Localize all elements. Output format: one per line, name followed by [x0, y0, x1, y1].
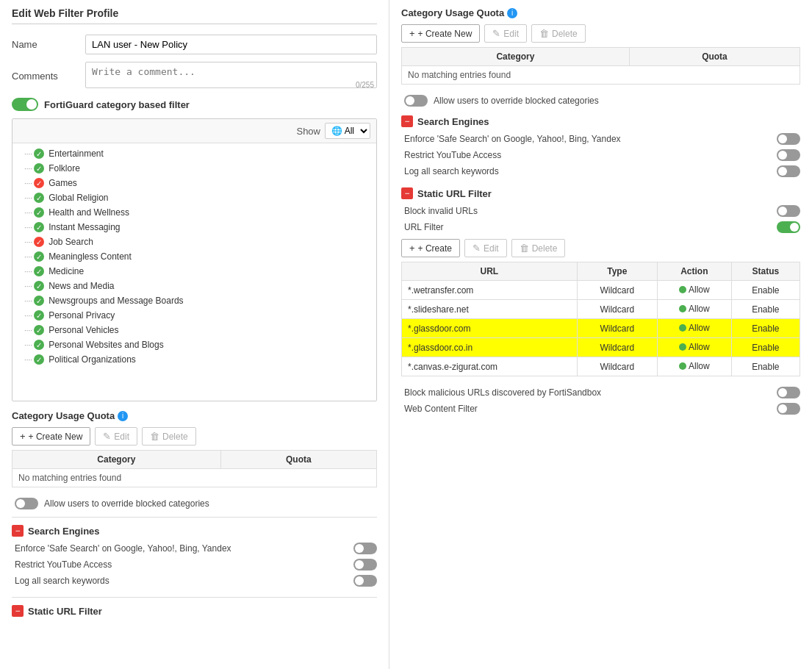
category-item[interactable]: ····✓Job Search: [12, 235, 376, 249]
allow-icon: ✓: [34, 325, 44, 335]
right-log-keywords-label: Log all search keywords: [404, 166, 777, 176]
category-item[interactable]: ····✓Medicine: [12, 264, 376, 279]
category-item[interactable]: ····✓Entertainment: [12, 146, 376, 161]
left-allow-override-toggle[interactable]: [15, 498, 38, 509]
right-allow-override-toggle[interactable]: [404, 95, 428, 107]
right-plus-icon: +: [409, 28, 415, 39]
table-row[interactable]: *.slideshare.netWildcard AllowEnable: [402, 300, 800, 319]
left-log-keywords-toggle[interactable]: [353, 575, 377, 587]
right-block-malicious-row: Block malicious URLs discovered by Forti…: [401, 387, 800, 398]
left-panel: Edit Web Filter Profile Name Comments 0/…: [0, 0, 389, 669]
left-quota-edit-btn[interactable]: ✎ Edit: [95, 427, 137, 446]
right-static-url-header: − Static URL Filter: [401, 187, 800, 199]
type-cell: Wildcard: [577, 300, 657, 319]
right-url-edit-btn[interactable]: ✎ Edit: [464, 239, 507, 257]
left-static-url-section: − Static URL Filter: [12, 605, 377, 617]
left-safe-search-toggle[interactable]: [353, 543, 377, 554]
allow-icon: ✓: [34, 354, 44, 365]
right-safe-search-toggle[interactable]: [777, 133, 800, 145]
table-row[interactable]: *.wetransfer.comWildcard AllowEnable: [402, 281, 800, 300]
collapse-search-icon[interactable]: −: [12, 525, 24, 537]
right-url-filter-toggle[interactable]: [777, 221, 800, 233]
right-block-invalid-knob: [778, 207, 787, 215]
category-item[interactable]: ····✓Folklore: [12, 161, 376, 176]
url-cell: *.glassdoor.co.in: [402, 338, 578, 357]
right-url-create-label: + Create: [418, 243, 452, 254]
table-row[interactable]: *.glassdoor.comWildcard AllowEnable: [402, 319, 800, 338]
category-label: Job Search: [48, 237, 93, 247]
right-block-invalid-toggle[interactable]: [777, 205, 800, 217]
left-quota-delete-btn[interactable]: 🗑 Delete: [142, 427, 196, 446]
right-url-toolbar: + + Create ✎ Edit 🗑 Delete: [401, 239, 800, 257]
right-collapse-search-icon[interactable]: −: [401, 115, 413, 127]
category-filter-header: Show 🌐 All Allow Block: [12, 119, 376, 143]
category-filter-box: Show 🌐 All Allow Block ····✓Entertainmen…: [12, 118, 377, 401]
category-item[interactable]: ····✓Games: [12, 176, 376, 190]
right-url-delete-btn[interactable]: 🗑 Delete: [511, 239, 566, 257]
category-label: Entertainment: [48, 149, 104, 159]
right-quota-delete-btn[interactable]: 🗑 Delete: [531, 24, 586, 43]
table-row[interactable]: *.glassdoor.co.inWildcard AllowEnable: [402, 338, 800, 357]
category-label: Personal Vehicles: [48, 325, 118, 335]
right-quota-section: Category Usage Quota i + + Create New ✎ …: [401, 7, 800, 85]
right-quota-create-label: + Create New: [418, 29, 473, 39]
right-url-filter-row: URL Filter: [401, 221, 800, 233]
fortiguard-toggle[interactable]: [12, 98, 38, 111]
category-item[interactable]: ····✓Personal Privacy: [12, 308, 376, 323]
left-quota-section: Category Usage Quota i + + Create New ✎ …: [12, 410, 377, 487]
left-restrict-youtube-toggle[interactable]: [353, 559, 377, 570]
right-quota-info-icon[interactable]: i: [507, 8, 517, 18]
left-quota-create-btn[interactable]: + + Create New: [12, 427, 90, 446]
right-restrict-youtube-toggle[interactable]: [777, 149, 800, 161]
comments-textarea[interactable]: [85, 62, 377, 88]
category-item[interactable]: ····✓Instant Messaging: [12, 220, 376, 235]
category-item[interactable]: ····✓Meaningless Content: [12, 249, 376, 264]
left-quota-title-row: Category Usage Quota i: [12, 410, 377, 421]
left-search-engines-title: Search Engines: [28, 526, 100, 537]
collapse-static-url-icon[interactable]: −: [12, 605, 24, 617]
category-item[interactable]: ····✓Newsgroups and Message Boards: [12, 293, 376, 308]
right-web-content-label: Web Content Filter: [404, 404, 777, 414]
category-item[interactable]: ····✓Personal Vehicles: [12, 323, 376, 337]
status-cell: Enable: [731, 338, 800, 357]
category-item[interactable]: ····✓News and Media: [12, 279, 376, 293]
category-item[interactable]: ····✓Global Religion: [12, 190, 376, 205]
allow-icon: ✓: [34, 149, 44, 159]
left-search-engines-section: − Search Engines Enforce 'Safe Search' o…: [12, 525, 377, 587]
right-quota-title: Category Usage Quota: [401, 7, 504, 18]
right-quota-edit-btn[interactable]: ✎ Edit: [484, 24, 527, 43]
page-title: Edit Web Filter Profile: [12, 7, 377, 24]
fortiguard-label: FortiGuard category based filter: [44, 99, 190, 110]
right-safe-search-knob: [778, 135, 787, 143]
table-row[interactable]: *.canvas.e-zigurat.comWildcard AllowEnab…: [402, 357, 800, 376]
category-label: Personal Websites and Blogs: [48, 340, 164, 350]
left-restrict-youtube-label: Restrict YouTube Access: [15, 559, 353, 570]
show-select[interactable]: 🌐 All Allow Block: [325, 123, 370, 139]
right-block-malicious-toggle[interactable]: [777, 387, 800, 398]
show-label: Show: [296, 126, 320, 137]
right-log-keywords-row: Log all search keywords: [401, 165, 800, 177]
category-item[interactable]: ····✓Political Organizations: [12, 352, 376, 367]
right-search-engines-section: − Search Engines Enforce 'Safe Search' o…: [401, 115, 800, 177]
left-log-keywords-row: Log all search keywords: [12, 575, 377, 587]
right-trash-icon: 🗑: [539, 28, 549, 39]
type-cell: Wildcard: [577, 319, 657, 338]
right-url-create-btn[interactable]: + + Create: [401, 239, 460, 257]
plus-icon: +: [20, 431, 26, 442]
category-item[interactable]: ····✓Personal Websites and Blogs: [12, 337, 376, 352]
allow-icon: ✓: [34, 266, 44, 276]
right-quota-edit-label: Edit: [503, 29, 519, 39]
right-quota-empty: No matching entries found: [402, 66, 800, 85]
right-url-filter-label: URL Filter: [404, 222, 777, 232]
left-quota-info-icon[interactable]: i: [118, 411, 128, 421]
right-web-content-toggle[interactable]: [777, 403, 800, 415]
fortiguard-toggle-row: FortiGuard category based filter: [12, 98, 377, 111]
right-log-keywords-toggle[interactable]: [777, 165, 800, 177]
type-cell: Wildcard: [577, 357, 657, 376]
trash-icon: 🗑: [150, 431, 159, 442]
category-item[interactable]: ····✓Health and Wellness: [12, 205, 376, 220]
right-collapse-static-icon[interactable]: −: [401, 187, 413, 199]
name-input[interactable]: [85, 35, 377, 54]
category-label: Personal Privacy: [48, 310, 115, 321]
right-quota-create-btn[interactable]: + + Create New: [401, 24, 480, 43]
